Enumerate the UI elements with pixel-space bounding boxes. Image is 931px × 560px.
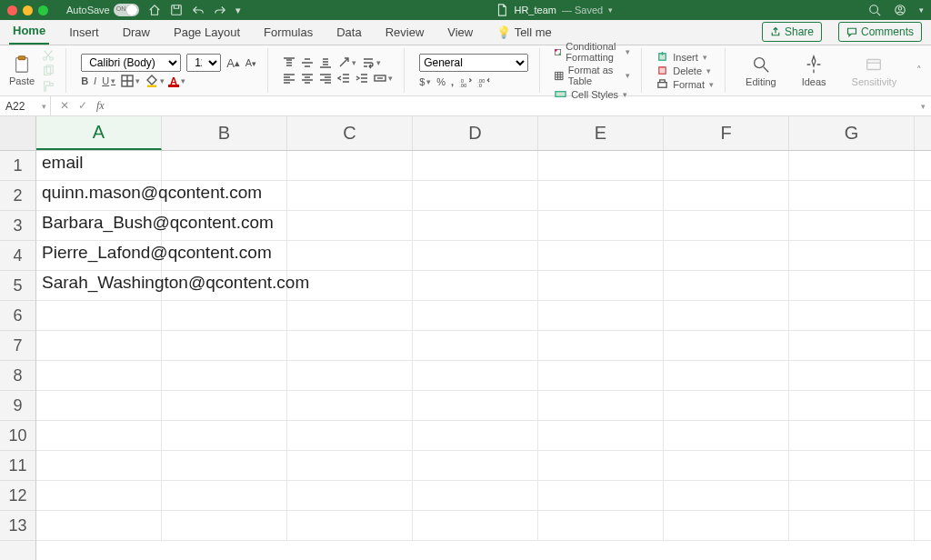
enter-formula-icon[interactable]: ✓ <box>78 99 87 113</box>
search-icon[interactable] <box>868 4 881 16</box>
increase-indent-icon[interactable] <box>355 72 368 85</box>
cell-F3[interactable] <box>664 211 789 240</box>
cell-E7[interactable] <box>538 331 664 360</box>
cell-F11[interactable] <box>664 451 789 480</box>
fill-color-button[interactable] <box>145 75 165 87</box>
cell-D10[interactable] <box>413 421 538 450</box>
cell-A8[interactable] <box>36 361 162 390</box>
cell-E10[interactable] <box>538 421 664 450</box>
cell-F9[interactable] <box>664 391 789 420</box>
tab-formulas[interactable]: Formulas <box>260 22 316 45</box>
expand-formula-bar-icon[interactable]: ▾ <box>921 102 931 111</box>
format-as-table-button[interactable]: Format as Table▾ <box>555 65 630 86</box>
formula-input[interactable] <box>114 100 921 113</box>
cell-C8[interactable] <box>287 361 413 390</box>
ideas-button[interactable]: Ideas <box>796 55 832 87</box>
cell-E13[interactable] <box>538 511 664 540</box>
cell-B1[interactable] <box>162 151 287 180</box>
cell-A11[interactable] <box>36 451 162 480</box>
align-middle-icon[interactable] <box>301 56 314 69</box>
cell-B7[interactable] <box>162 331 287 360</box>
comments-button[interactable]: Comments <box>838 22 922 42</box>
row-header-7[interactable]: 7 <box>0 331 35 361</box>
autosave-switch-icon[interactable]: ON <box>114 4 139 16</box>
cell-D6[interactable] <box>413 301 538 330</box>
decrease-decimal-icon[interactable]: .00.0 <box>477 75 490 88</box>
cell-A2[interactable]: quinn.mason@qcontent.com <box>36 181 162 210</box>
cell-G6[interactable] <box>789 301 915 330</box>
fx-icon[interactable]: fx <box>96 99 105 113</box>
editing-button[interactable]: Editing <box>740 55 782 87</box>
cell-A4[interactable]: Pierre_Lafond@qcontent.com <box>36 241 162 270</box>
cell-C9[interactable] <box>287 391 413 420</box>
cell-F13[interactable] <box>664 511 789 540</box>
home-icon[interactable] <box>148 4 161 16</box>
cell-A12[interactable] <box>36 481 162 510</box>
cell-G11[interactable] <box>789 451 915 480</box>
cell-E6[interactable] <box>538 301 664 330</box>
row-header-1[interactable]: 1 <box>0 151 35 181</box>
cell-G1[interactable] <box>789 151 915 180</box>
account-dropdown-icon[interactable]: ▾ <box>919 5 924 15</box>
tab-review[interactable]: Review <box>382 22 428 45</box>
column-header-A[interactable]: A <box>36 116 162 150</box>
tab-insert[interactable]: Insert <box>65 22 103 45</box>
cell-G8[interactable] <box>789 361 915 390</box>
cell-D5[interactable] <box>413 271 538 300</box>
format-cells-button[interactable]: Format▾ <box>656 78 714 90</box>
row-header-13[interactable]: 13 <box>0 511 35 541</box>
cell-D12[interactable] <box>413 481 538 510</box>
percent-format-icon[interactable]: % <box>436 76 445 87</box>
align-bottom-icon[interactable] <box>319 56 332 69</box>
share-button[interactable]: Share <box>762 22 822 42</box>
row-header-11[interactable]: 11 <box>0 451 35 481</box>
cell-F10[interactable] <box>664 421 789 450</box>
cell-B13[interactable] <box>162 511 287 540</box>
cell-A13[interactable] <box>36 511 162 540</box>
cell-B12[interactable] <box>162 481 287 510</box>
align-center-icon[interactable] <box>301 72 314 85</box>
merge-center-icon[interactable] <box>374 72 393 85</box>
cell-G5[interactable] <box>789 271 915 300</box>
tell-me[interactable]: 💡 Tell me <box>493 22 556 45</box>
cell-F2[interactable] <box>664 181 789 210</box>
cell-D7[interactable] <box>413 331 538 360</box>
cell-A5[interactable]: Sarah_Washington@qcontent.com <box>36 271 162 300</box>
number-format-select[interactable]: General <box>419 54 528 72</box>
font-color-button[interactable]: A <box>170 75 185 87</box>
column-header-E[interactable]: E <box>538 116 664 150</box>
cell-D4[interactable] <box>413 241 538 270</box>
italic-button[interactable]: I <box>94 75 96 86</box>
cell-D13[interactable] <box>413 511 538 540</box>
align-left-icon[interactable] <box>283 72 295 85</box>
cells-area[interactable]: emailquinn.mason@qcontent.comBarbara_Bus… <box>36 151 931 541</box>
tab-data[interactable]: Data <box>333 22 365 45</box>
cell-D11[interactable] <box>413 451 538 480</box>
cell-C6[interactable] <box>287 301 413 330</box>
cell-E2[interactable] <box>538 181 664 210</box>
cell-C7[interactable] <box>287 331 413 360</box>
tab-view[interactable]: View <box>444 22 476 45</box>
undo-icon[interactable] <box>192 4 205 16</box>
cell-B8[interactable] <box>162 361 287 390</box>
cell-E11[interactable] <box>538 451 664 480</box>
format-painter-icon[interactable] <box>42 80 55 93</box>
cell-B6[interactable] <box>162 301 287 330</box>
cell-styles-button[interactable]: Cell Styles▾ <box>555 88 630 100</box>
increase-decimal-icon[interactable]: .0.00 <box>459 75 472 88</box>
row-header-12[interactable]: 12 <box>0 481 35 511</box>
row-header-6[interactable]: 6 <box>0 301 35 331</box>
tab-home[interactable]: Home <box>9 20 49 45</box>
cell-F1[interactable] <box>664 151 789 180</box>
cell-E5[interactable] <box>538 271 664 300</box>
cell-D8[interactable] <box>413 361 538 390</box>
decrease-font-icon[interactable]: A▾ <box>245 57 256 68</box>
cell-F12[interactable] <box>664 481 789 510</box>
increase-font-icon[interactable]: A▴ <box>226 56 240 70</box>
row-header-5[interactable]: 5 <box>0 271 35 301</box>
row-header-2[interactable]: 2 <box>0 181 35 211</box>
cell-F8[interactable] <box>664 361 789 390</box>
cell-D3[interactable] <box>413 211 538 240</box>
account-icon[interactable] <box>894 4 906 16</box>
cell-F6[interactable] <box>664 301 789 330</box>
